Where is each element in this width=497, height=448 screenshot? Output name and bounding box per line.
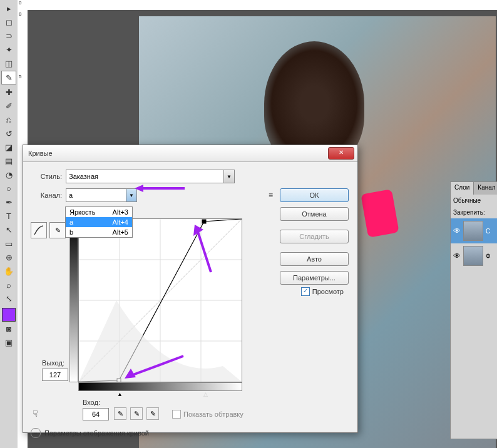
input-field[interactable]: 64 bbox=[83, 408, 109, 420]
dropdown-item-b[interactable]: b Alt+5 bbox=[66, 227, 132, 237]
dialog-title-text: Кривые bbox=[28, 150, 53, 157]
screenmode-icon[interactable]: ▣ bbox=[2, 336, 16, 349]
chevron-down-icon[interactable]: ▼ bbox=[126, 189, 136, 201]
ruler-mark: 5 bbox=[19, 74, 21, 79]
dropdown-item-shortcut: Alt+3 bbox=[113, 208, 128, 216]
layer-thumbnail bbox=[463, 246, 483, 266]
input-label: Вход: bbox=[83, 399, 100, 406]
history-brush-tool[interactable]: ↺ bbox=[2, 127, 16, 140]
hand-icon[interactable]: ☟ bbox=[33, 409, 38, 419]
wand-tool[interactable]: ✦ bbox=[2, 43, 16, 56]
blend-mode-combo[interactable]: Обычные bbox=[451, 195, 497, 206]
channel-value: a bbox=[69, 191, 73, 199]
visibility-icon[interactable]: 👁 bbox=[453, 227, 461, 235]
expand-chevron-icon: ⌄ bbox=[31, 428, 41, 438]
curves-graph[interactable] bbox=[78, 218, 242, 382]
move-tool[interactable]: ▸ bbox=[2, 2, 16, 14]
dropdown-item-label: b bbox=[69, 228, 73, 236]
gradient-vertical bbox=[69, 218, 78, 382]
channel-label: Канал: bbox=[31, 191, 62, 199]
dropdown-item-a[interactable]: a Alt+4 bbox=[66, 217, 132, 227]
dropdown-item-shortcut: Alt+5 bbox=[113, 228, 128, 236]
expand-label: Параметры отображения кривой bbox=[44, 429, 149, 437]
dialog-buttons: ОК Отмена Сгладить Авто Параметры... bbox=[280, 188, 349, 285]
curve-mode-spline[interactable] bbox=[31, 222, 47, 238]
show-clipping-checkbox[interactable]: Показать обтравку bbox=[172, 410, 243, 419]
lasso-tool[interactable]: ⊃ bbox=[2, 29, 16, 42]
blend-mode-value: Обычные bbox=[453, 197, 481, 204]
channel-dropdown: Яркость Alt+3 a Alt+4 b Alt+5 bbox=[65, 206, 133, 238]
style-label: Стиль: bbox=[31, 173, 62, 180]
curve-mode-pencil[interactable]: ✎ bbox=[49, 222, 66, 238]
eyedropper-group: ✎ ✎ ✎ bbox=[114, 407, 159, 420]
output-field[interactable]: 127 bbox=[42, 369, 68, 381]
eyedropper-gray[interactable]: ✎ bbox=[130, 407, 143, 420]
lock-row: Закрепить: bbox=[451, 206, 497, 218]
params-button[interactable]: Параметры... bbox=[280, 271, 349, 285]
gradient-tool[interactable]: ▤ bbox=[2, 155, 16, 167]
auto-button[interactable]: Авто bbox=[280, 252, 349, 266]
visibility-icon[interactable]: 👁 bbox=[453, 252, 461, 260]
eyedropper-black[interactable]: ✎ bbox=[114, 407, 126, 420]
gradient-horizontal bbox=[78, 382, 242, 391]
lock-label: Закрепить: bbox=[453, 209, 485, 216]
dropdown-item-label: a bbox=[69, 218, 73, 226]
preview-checkbox[interactable]: ✓ Просмотр bbox=[301, 287, 344, 296]
crop-tool[interactable]: ◫ bbox=[2, 57, 16, 69]
shape-tool[interactable]: ▭ bbox=[2, 237, 16, 250]
layers-tabs: Слои Канал bbox=[451, 182, 497, 195]
tools-panel: ▸ ◻ ⊃ ✦ ◫ ✎ ✚ ✐ ⎌ ↺ ◪ ▤ ◔ ○ ✒ T ↖ ▭ ⊕ ✋ … bbox=[0, 0, 18, 448]
close-button[interactable]: ✕ bbox=[328, 147, 354, 160]
dropdown-item-brightness[interactable]: Яркость Alt+3 bbox=[66, 207, 132, 217]
style-combo[interactable]: Заказная ▼ bbox=[66, 170, 235, 183]
curves-dialog: Кривые ✕ Стиль: Заказная ▼ ≡ Канал: a ▼ … bbox=[23, 145, 358, 433]
expand-display-options[interactable]: ⌄ Параметры отображения кривой bbox=[31, 428, 149, 438]
channel-combo[interactable]: a ▼ bbox=[66, 188, 137, 202]
layer-name: Ф bbox=[486, 253, 491, 260]
tab-layers[interactable]: Слои bbox=[451, 182, 474, 195]
checkbox-checked-icon: ✓ bbox=[301, 287, 310, 296]
text-tool[interactable]: T bbox=[2, 210, 16, 222]
dialog-titlebar[interactable]: Кривые ✕ bbox=[23, 145, 357, 162]
stamp-tool[interactable]: ⎌ bbox=[2, 113, 16, 126]
heal-tool[interactable]: ✚ bbox=[2, 86, 16, 98]
tab-channels[interactable]: Канал bbox=[474, 182, 497, 195]
svg-rect-8 bbox=[202, 220, 206, 223]
zoom-tool[interactable]: ⌕ bbox=[2, 278, 16, 291]
dropdown-item-label: Яркость bbox=[69, 208, 95, 216]
ruler-mark: 0 bbox=[19, 11, 21, 17]
foreground-color[interactable] bbox=[2, 308, 16, 322]
smooth-button[interactable]: Сгладить bbox=[280, 230, 349, 243]
quickmask-icon[interactable]: ◙ bbox=[2, 322, 16, 335]
path-tool[interactable]: ↖ bbox=[2, 223, 16, 236]
eraser-tool[interactable]: ◪ bbox=[2, 141, 16, 153]
dialog-body: Стиль: Заказная ▼ ≡ Канал: a ▼ Яркость A… bbox=[23, 162, 357, 440]
hand-tool[interactable]: ✋ bbox=[2, 265, 16, 277]
eyedropper-white[interactable]: ✎ bbox=[146, 407, 159, 420]
dodge-tool[interactable]: ○ bbox=[2, 182, 16, 195]
color-switch-icon[interactable]: ⤡ bbox=[2, 292, 16, 305]
pen-tool[interactable]: ✒ bbox=[2, 196, 16, 208]
style-value: Заказная bbox=[69, 173, 98, 180]
eyedropper-tool[interactable]: ✎ bbox=[1, 71, 16, 84]
layer-name: С bbox=[486, 228, 490, 235]
cancel-button[interactable]: Отмена bbox=[280, 207, 349, 221]
layer-row-active[interactable]: 👁 С bbox=[451, 218, 497, 243]
layer-row-background[interactable]: 👁 Ф bbox=[451, 243, 497, 268]
slider-handle-white[interactable]: △ bbox=[203, 391, 208, 397]
ruler-mark: 0 bbox=[19, 0, 21, 6]
slider-handle-black[interactable]: ▲ bbox=[117, 391, 123, 397]
layers-panel: Слои Канал Обычные Закрепить: 👁 С 👁 Ф bbox=[450, 181, 497, 439]
chevron-down-icon[interactable]: ▼ bbox=[223, 170, 234, 183]
ruler-horizontal: 0 bbox=[18, 0, 497, 11]
layer-thumbnail bbox=[463, 221, 483, 241]
show-clipping-label: Показать обтравку bbox=[183, 410, 243, 418]
blur-tool[interactable]: ◔ bbox=[2, 168, 16, 181]
notes-tool[interactable]: ⊕ bbox=[2, 251, 16, 263]
ok-button[interactable]: ОК bbox=[280, 188, 349, 202]
options-icon[interactable]: ≡ bbox=[269, 191, 273, 200]
checkbox-icon bbox=[172, 410, 181, 419]
brush-tool[interactable]: ✐ bbox=[2, 99, 16, 112]
marquee-tool[interactable]: ◻ bbox=[2, 16, 16, 28]
image-content bbox=[361, 189, 399, 238]
